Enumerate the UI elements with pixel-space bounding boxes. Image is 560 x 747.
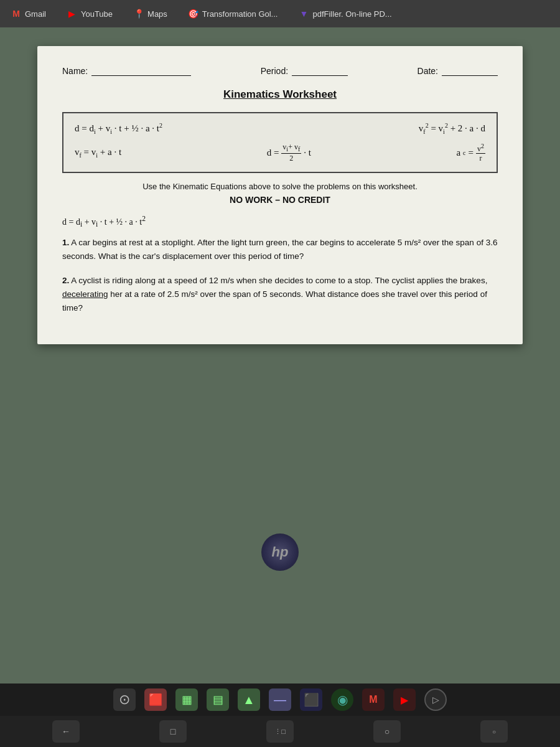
tab-youtube-label: YouTube [81,9,113,19]
frac-numerator: vi+ vf [281,143,301,154]
gmail-icon: M [11,9,21,19]
taskbar: ⊙ 🟥 ▦ ▤ ▲ — ⬛ ◉ M ▶ ▷ [0,684,560,716]
youtube-icon: ▶ [67,9,77,19]
hp-logo: hp [261,533,299,571]
formula-row-1: d = di + vi · t + ½ · a · t2 vf2 = vi2 +… [75,122,485,135]
pdffiller-icon: ▼ [299,9,309,19]
taskbar-play-icon[interactable]: ▷ [424,688,447,711]
back-button[interactable]: ← [52,720,80,743]
frac-denominator: 2 [288,154,294,162]
centripetal-num: v2 [476,143,485,154]
date-underline [442,65,498,76]
name-label: Name: [62,66,88,76]
taskbar-app1-icon[interactable]: 🟥 [144,688,167,711]
formula-displacement: d = di + vi · t + ½ · a · t2 [75,122,162,135]
period-underline [292,65,348,76]
transformation-icon: 🎯 [189,9,198,19]
centripetal-fraction: v2 r [476,143,485,163]
taskbar-app3-icon[interactable]: ▤ [207,688,229,711]
taskbar-minus-icon[interactable]: — [269,688,291,711]
formula-centripetal: ac = v2 r [456,143,485,163]
worksheet-header: Name: Period: Date: [62,65,498,76]
tab-gmail[interactable]: M Gmail [6,6,51,21]
tab-transformation-label: Transformation Gol... [202,9,278,19]
maps-icon: 📍 [134,9,144,19]
date-label: Date: [418,66,438,76]
problem-1-number: 1. [62,238,69,247]
formula-vf: vf = vi + a · t [75,147,121,159]
hp-text: hp [272,544,289,560]
tab-gmail-label: Gmail [25,9,46,19]
search-button[interactable]: ○ [373,720,401,743]
tab-pdffiller[interactable]: ▼ pdfFiller. On-line PD... [294,6,396,21]
hp-area: hp [31,344,529,735]
period-label: Period: [261,66,288,76]
formula-avg-velocity: d = vi+ vf 2 · t [267,143,311,163]
problem-2-number: 2. [62,276,69,285]
taskbar-chrome-icon[interactable]: ◉ [331,688,353,711]
content-area: Name: Period: Date: Kinematics Worksheet… [0,27,560,747]
formula-velocity-squared: vf2 = vi2 + 2 · a · d [419,122,485,135]
problem-2-text: 2. A cyclist is riding along at a speed … [62,276,487,312]
forward-button[interactable]: ○ [480,720,508,743]
taskbar-app2-icon[interactable]: ▦ [175,688,198,711]
worksheet: Name: Period: Date: Kinematics Worksheet… [37,46,523,344]
menu-button[interactable]: ⋮□ [266,720,294,743]
taskbar-triangle-icon[interactable]: ▲ [238,688,260,711]
square-button[interactable]: □ [159,720,187,743]
equation-display: d = di + vi · t + ½ · a · t2 [62,215,498,228]
name-underline [91,65,191,76]
problem-1-text: 1. A car begins at rest at a stoplight. … [62,238,497,261]
taskbar-gmail-icon[interactable]: M [362,688,385,711]
period-field: Period: [261,65,348,76]
formula-row-2: vf = vi + a · t d = vi+ vf 2 · t ac = v2… [75,143,485,163]
bottom-nav: ← □ ⋮□ ○ ○ [0,716,560,747]
date-field: Date: [418,65,498,76]
instruction-text: Use the Kinematic Equations above to sol… [62,182,498,191]
problem-2: 2. A cyclist is riding along at a speed … [62,274,498,314]
no-work-text: NO WORK – NO CREDIT [62,195,498,205]
browser-tab-bar: M Gmail ▶ YouTube 📍 Maps 🎯 Transformatio… [0,0,560,27]
tab-maps-label: Maps [147,9,167,19]
tab-youtube[interactable]: ▶ YouTube [62,6,118,21]
worksheet-title: Kinematics Worksheet [62,88,498,101]
decelerating-underline: decelerating [62,289,108,299]
avg-velocity-fraction: vi+ vf 2 [281,143,301,163]
tab-maps[interactable]: 📍 Maps [129,6,172,21]
tab-pdffiller-label: pdfFiller. On-line PD... [312,9,391,19]
name-field: Name: [62,65,191,76]
formula-box: d = di + vi · t + ½ · a · t2 vf2 = vi2 +… [62,112,498,173]
centripetal-den: r [478,154,483,162]
tab-transformation[interactable]: 🎯 Transformation Gol... [184,6,283,21]
taskbar-youtube-icon[interactable]: ▶ [393,688,416,711]
problem-1: 1. A car begins at rest at a stoplight. … [62,236,498,263]
taskbar-blue-icon[interactable]: ⬛ [300,688,322,711]
taskbar-circle-icon[interactable]: ⊙ [113,688,136,711]
